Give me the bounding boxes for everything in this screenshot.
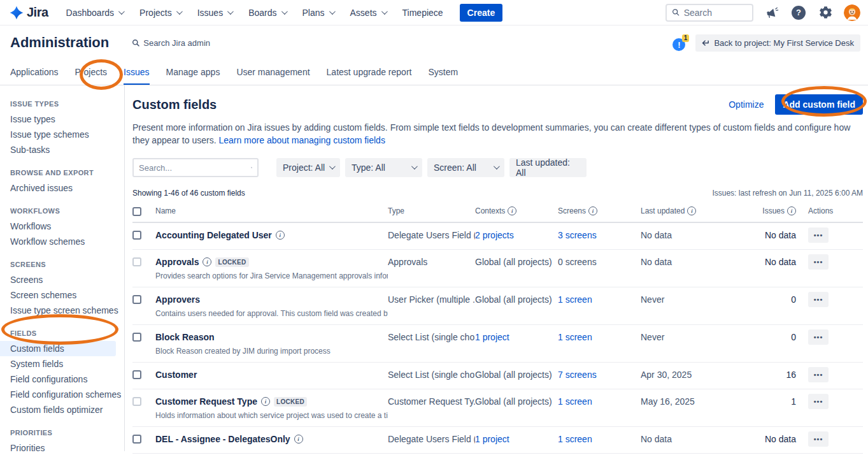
column-header-contexts[interactable]: Contexts: [475, 206, 505, 215]
jira-logo-icon: [9, 5, 24, 20]
info-icon[interactable]: i: [588, 206, 597, 215]
sidebar-item-archived-issues[interactable]: Archived issues: [0, 180, 124, 196]
sidebar-item-workflows[interactable]: Workflows: [0, 219, 124, 234]
row-screens-cell[interactable]: 1 screen: [558, 396, 641, 407]
filter-dropdown-screen[interactable]: Screen: All: [427, 158, 504, 177]
custom-field-name[interactable]: Customer Request Type: [155, 396, 257, 407]
row-actions-button[interactable]: •••: [808, 394, 829, 409]
notification-icon[interactable]: ! 1: [672, 34, 689, 51]
row-contexts-cell[interactable]: 1 project: [475, 332, 558, 342]
row-actions-button[interactable]: •••: [808, 292, 829, 307]
table-search[interactable]: [132, 158, 259, 177]
topnav-item-dashboards[interactable]: Dashboards: [66, 8, 124, 18]
sidebar-item-screens[interactable]: Screens: [0, 272, 124, 287]
column-header-last-updated[interactable]: Last updated: [641, 206, 685, 215]
row-screens-cell[interactable]: 1 screen: [558, 332, 641, 342]
info-icon[interactable]: i: [687, 206, 696, 215]
row-checkbox[interactable]: [132, 231, 141, 240]
sidebar-item-workflow-schemes[interactable]: Workflow schemes: [0, 234, 124, 249]
filter-dropdown-type[interactable]: Type: All: [345, 158, 422, 177]
column-header-issues[interactable]: Issues: [762, 206, 785, 215]
sidebar-section-screens: SCREENSScreensScreen schemesIssue type s…: [10, 259, 124, 318]
row-screens-cell[interactable]: 1 screen: [558, 434, 641, 444]
sidebar-item-issue-type-screen-schemes[interactable]: Issue type screen schemes: [0, 303, 124, 318]
info-icon[interactable]: i: [276, 231, 285, 240]
sidebar-item-field-configuration-schemes[interactable]: Field configuration schemes: [0, 387, 124, 402]
topnav-item-assets[interactable]: Assets: [350, 8, 386, 18]
row-screens-cell[interactable]: 3 screens: [558, 230, 641, 240]
filter-dropdown-last-updated[interactable]: Last updated: All: [509, 158, 587, 177]
sidebar-item-custom-fields-optimizer[interactable]: Custom fields optimizer: [0, 402, 124, 417]
custom-field-name[interactable]: DEL - Assignee - DelegatesOnly: [155, 434, 290, 444]
row-actions-button[interactable]: •••: [808, 329, 829, 345]
info-icon[interactable]: i: [508, 206, 516, 215]
sidebar-item-issue-type-schemes[interactable]: Issue type schemes: [0, 127, 124, 142]
custom-field-name[interactable]: Approvers: [155, 294, 200, 305]
row-checkbox[interactable]: [132, 333, 141, 342]
sidebar-item-custom-fields[interactable]: Custom fields: [0, 341, 116, 356]
tab-system[interactable]: System: [428, 67, 458, 85]
tab-projects[interactable]: Projects: [75, 67, 108, 85]
tab-issues[interactable]: Issues: [124, 67, 149, 85]
create-button[interactable]: Create: [460, 4, 503, 22]
avatar[interactable]: [844, 4, 860, 21]
sidebar-item-priorities[interactable]: Priorities: [0, 440, 124, 455]
select-all-checkbox[interactable]: [132, 207, 141, 216]
info-icon[interactable]: i: [203, 257, 211, 266]
column-header-name[interactable]: Name: [155, 206, 176, 215]
custom-field-name[interactable]: Customer: [155, 370, 197, 380]
sidebar-section-heading: WORKFLOWS: [10, 205, 124, 217]
topnav-item-boards[interactable]: Boards: [248, 8, 285, 18]
optimize-link[interactable]: Optimize: [729, 99, 764, 110]
row-actions-button[interactable]: •••: [808, 367, 829, 382]
row-actions-button[interactable]: •••: [808, 431, 829, 447]
sidebar-item-sub-tasks[interactable]: Sub-tasks: [0, 142, 124, 157]
column-header-type[interactable]: Type: [388, 206, 404, 215]
row-checkbox[interactable]: [132, 435, 141, 444]
topnav-item-timepiece[interactable]: Timepiece: [402, 8, 443, 18]
tab-user-management[interactable]: User management: [236, 67, 309, 85]
megaphone-icon[interactable]: [764, 4, 780, 21]
row-checkbox: [132, 257, 141, 266]
sidebar-item-system-fields[interactable]: System fields: [0, 356, 124, 372]
admin-search[interactable]: Search Jira admin: [132, 38, 210, 48]
topnav-item-projects[interactable]: Projects: [139, 8, 181, 18]
help-icon[interactable]: ?: [790, 4, 807, 21]
learn-more-link[interactable]: Learn more about managing custom fields: [218, 135, 385, 145]
row-checkbox[interactable]: [132, 295, 141, 304]
row-contexts-cell[interactable]: 1 project: [475, 434, 558, 444]
tab-manage-apps[interactable]: Manage apps: [166, 67, 220, 85]
tab-applications[interactable]: Applications: [10, 67, 59, 85]
row-actions-button[interactable]: •••: [808, 227, 829, 243]
filter-dropdown-project[interactable]: Project: All: [276, 158, 340, 177]
custom-field-name[interactable]: Approvals: [155, 257, 199, 267]
sidebar-item-screen-schemes[interactable]: Screen schemes: [0, 287, 124, 303]
tab-latest-upgrade-report[interactable]: Latest upgrade report: [327, 67, 412, 85]
row-checkbox-cell: [132, 294, 155, 306]
column-header-screens[interactable]: Screens: [558, 206, 586, 215]
row-screens-cell[interactable]: 1 screen: [558, 294, 641, 305]
sidebar-item-issue-types[interactable]: Issue types: [0, 112, 124, 127]
row-issues-cell: 1: [723, 396, 799, 407]
row-checkbox-cell: [132, 257, 155, 268]
global-search[interactable]: [665, 4, 753, 22]
row-last-updated-cell: Never: [641, 294, 723, 305]
topnav-item-issues[interactable]: Issues: [197, 8, 232, 18]
topnav-item-plans[interactable]: Plans: [302, 8, 334, 18]
row-contexts-cell[interactable]: 2 projects: [475, 230, 558, 240]
info-icon[interactable]: i: [787, 206, 796, 215]
table-search-input[interactable]: [139, 163, 251, 173]
global-search-input[interactable]: [684, 8, 747, 18]
row-screens-cell[interactable]: 7 screens: [558, 370, 641, 380]
custom-field-name[interactable]: Accounting Delegated User: [155, 230, 272, 240]
row-checkbox[interactable]: [132, 370, 141, 379]
add-custom-field-button[interactable]: Add custom field: [775, 94, 863, 115]
custom-field-name[interactable]: Block Reason: [155, 332, 215, 342]
row-actions-button[interactable]: •••: [808, 254, 829, 270]
back-to-project-button[interactable]: Back to project: My First Service Desk: [695, 34, 860, 52]
info-icon[interactable]: i: [294, 435, 303, 444]
jira-logo[interactable]: Jira: [9, 5, 48, 20]
info-icon[interactable]: i: [261, 397, 270, 406]
settings-icon[interactable]: [817, 4, 834, 21]
sidebar-item-field-configurations[interactable]: Field configurations: [0, 372, 124, 387]
